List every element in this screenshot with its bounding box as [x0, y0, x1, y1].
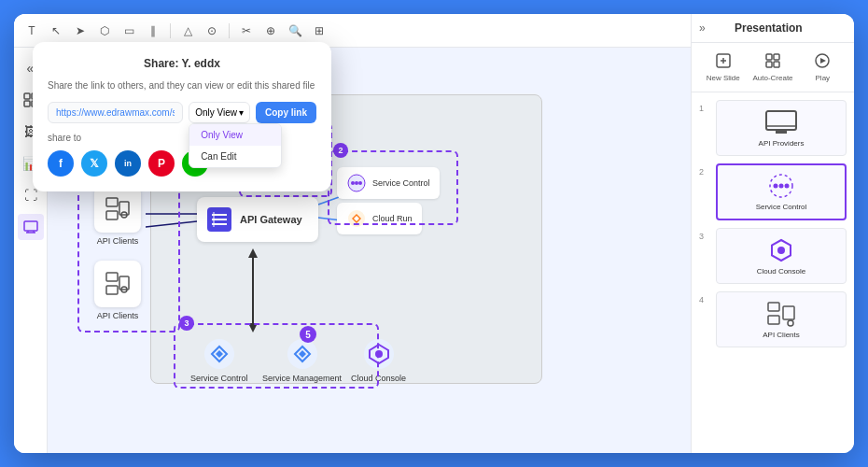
svg-point-62 — [785, 184, 790, 189]
svg-point-60 — [774, 184, 778, 189]
chevron-down-icon: ▾ — [239, 107, 244, 118]
link-input[interactable] — [48, 102, 183, 123]
dropdown-only-view[interactable]: Only View — [189, 124, 281, 146]
svg-rect-64 — [768, 303, 779, 311]
svg-rect-0 — [24, 93, 30, 99]
slide-1-number: 1 — [699, 100, 710, 113]
dropdown-menu: Only View Can Edit — [189, 123, 282, 168]
dashed-box-3: 3 — [174, 323, 379, 389]
auto-create-icon — [764, 52, 781, 72]
new-slide-icon — [715, 52, 732, 72]
dashed-box-2: 2 — [328, 150, 458, 225]
toolbar-arrow[interactable]: ➤ — [70, 21, 91, 41]
badge-3: 3 — [179, 316, 194, 331]
slide-3-label: Cloud Console — [757, 267, 805, 276]
play-icon — [814, 52, 831, 72]
panel-actions: New Slide Auto-Create — [692, 43, 854, 92]
diagram-area: T ↖ ➤ ⬡ ▭ ∥ △ ⊙ ✂ ⊕ 🔍 ⊞ « — [14, 14, 691, 453]
gateway-label: API Gateway — [240, 214, 302, 225]
svg-point-63 — [777, 247, 785, 254]
slide-2-number: 2 — [699, 163, 710, 177]
twitter-icon[interactable]: 𝕏 — [81, 150, 107, 177]
slide-item-1: 1 API Providers — [699, 100, 847, 156]
toolbar-sep2 — [229, 23, 230, 38]
new-slide-action[interactable]: New Slide — [699, 49, 747, 86]
slide-4-thumb[interactable]: API Clients — [716, 291, 847, 347]
toolbar-text[interactable]: T — [21, 21, 42, 41]
toolbar-triangle[interactable]: △ — [177, 21, 198, 41]
panel-title: Presentation — [735, 21, 803, 35]
svg-marker-55 — [820, 58, 826, 64]
svg-rect-2 — [24, 101, 30, 106]
slide-item-3: 3 Cloud Console — [699, 228, 847, 284]
toolbar-zoom[interactable]: 🔍 — [285, 21, 305, 41]
toolbar-grid[interactable]: ⊞ — [309, 21, 329, 41]
slide-item-4: 4 API Clients — [699, 291, 847, 347]
badge-2: 2 — [333, 143, 348, 158]
permission-btn[interactable]: Only View ▾ — [189, 102, 250, 123]
dashed-box-4: 4 — [77, 174, 180, 333]
toolbar-cursor[interactable]: ↖ — [46, 21, 66, 41]
svg-rect-56 — [766, 111, 796, 130]
slide-item-2: 2 Service Control — [699, 163, 847, 220]
auto-create-label: Auto-Create — [752, 74, 792, 82]
slide-4-number: 4 — [699, 291, 710, 304]
panel-slides: 1 API Providers 2 — [692, 92, 854, 453]
share-modal: Share: Y. eddx Share the link to others,… — [33, 42, 331, 191]
permission-select: Only View ▾ Only View Can Edit — [189, 102, 250, 123]
slide-1-thumb[interactable]: API Providers — [716, 100, 847, 156]
svg-rect-58 — [776, 130, 787, 134]
toolbar-cut[interactable]: ✂ — [236, 21, 257, 41]
link-row: Only View ▾ Only View Can Edit Copy link — [48, 102, 316, 123]
modal-desc: Share the link to others, and they can v… — [48, 79, 316, 92]
sidebar-screen[interactable] — [18, 214, 44, 240]
slide-2-thumb[interactable]: Service Control — [716, 163, 847, 220]
pinterest-icon[interactable]: P — [148, 150, 175, 177]
slide-3-number: 3 — [699, 228, 710, 241]
svg-rect-51 — [774, 54, 779, 60]
badge-5: 5 — [300, 326, 316, 343]
svg-rect-66 — [783, 306, 794, 319]
svg-rect-65 — [768, 316, 779, 324]
svg-point-61 — [779, 184, 784, 189]
toolbar-lines[interactable]: ∥ — [143, 21, 163, 41]
slide-1-label: API Providers — [759, 139, 805, 148]
play-label: Play — [816, 74, 831, 82]
permission-label: Only View — [195, 107, 237, 118]
main-container: T ↖ ➤ ⬡ ▭ ∥ △ ⊙ ✂ ⊕ 🔍 ⊞ « — [14, 14, 854, 453]
right-panel: » Presentation New Slide — [691, 14, 854, 453]
panel-collapse-icon[interactable]: » — [699, 21, 706, 35]
new-slide-label: New Slide — [707, 74, 740, 82]
slide-4-label: API Clients — [763, 331, 800, 339]
svg-rect-52 — [766, 62, 772, 67]
svg-rect-53 — [774, 62, 779, 67]
facebook-icon[interactable]: f — [48, 150, 74, 177]
toolbar-shape[interactable]: ⬡ — [94, 21, 115, 41]
right-panel-header: » Presentation — [692, 14, 854, 43]
svg-point-67 — [788, 320, 793, 326]
toolbar-sep — [170, 23, 171, 38]
toolbar-circle[interactable]: ⊙ — [202, 21, 222, 41]
copy-link-button[interactable]: Copy link — [256, 102, 316, 123]
modal-title: Share: Y. eddx — [48, 57, 316, 70]
svg-rect-4 — [24, 221, 37, 231]
slide-3-thumb[interactable]: Cloud Console — [716, 228, 847, 284]
toolbar-rect[interactable]: ▭ — [119, 21, 139, 41]
svg-rect-50 — [766, 54, 772, 60]
auto-create-action[interactable]: Auto-Create — [749, 49, 796, 86]
gateway-box: API Gateway — [197, 197, 318, 242]
linkedin-icon[interactable]: in — [115, 150, 141, 177]
slide-2-label: Service Control — [756, 203, 807, 211]
play-action[interactable]: Play — [799, 49, 847, 86]
toolbar-add[interactable]: ⊕ — [260, 21, 281, 41]
dropdown-can-edit[interactable]: Can Edit — [189, 146, 281, 167]
